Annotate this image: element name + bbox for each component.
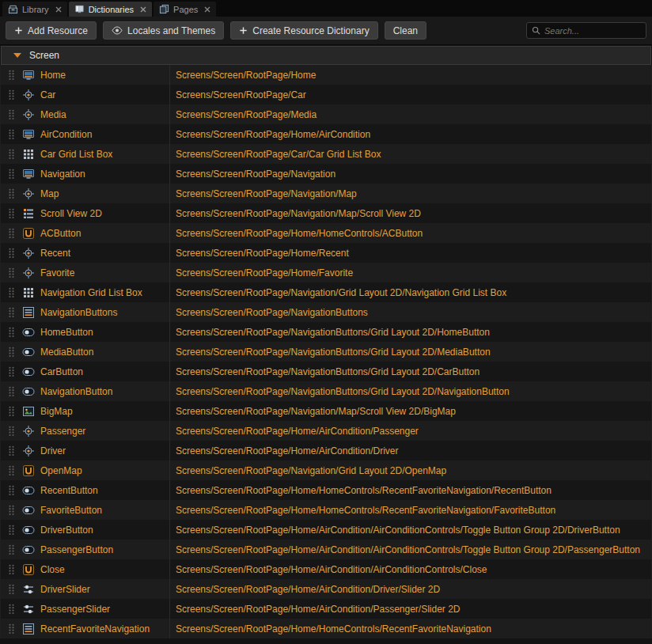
table-row[interactable]: Favorite Screens/Screen/RootPage/Home/Fa… xyxy=(1,263,651,282)
slider-icon xyxy=(22,579,40,599)
table-row[interactable]: Media Screens/Screen/RootPage/Media xyxy=(1,104,651,124)
table-row[interactable]: Navigation Screens/Screen/RootPage/Navig… xyxy=(1,164,651,184)
grid-icon xyxy=(22,144,40,164)
drag-handle-icon[interactable] xyxy=(1,223,22,243)
close-icon[interactable] xyxy=(204,6,210,13)
table-row[interactable]: BigMap Screens/Screen/RootPage/Navigatio… xyxy=(1,401,651,421)
drag-handle-icon[interactable] xyxy=(1,104,22,124)
table-row[interactable]: AirCondition Screens/Screen/RootPage/Hom… xyxy=(1,124,651,144)
table-row[interactable]: Close Screens/Screen/RootPage/Home/AirCo… xyxy=(1,559,651,579)
table-row[interactable]: Map Screens/Screen/RootPage/Navigation/M… xyxy=(1,184,651,203)
locales-and-themes-button[interactable]: Locales and Themes xyxy=(103,21,224,40)
resource-path: Screens/Screen/RootPage/NavigationButton… xyxy=(169,342,651,362)
create-resource-dictionary-button[interactable]: Create Resource Dictionary xyxy=(230,21,377,40)
drag-handle-icon[interactable] xyxy=(1,144,22,164)
drag-handle-icon[interactable] xyxy=(1,619,22,638)
component-icon xyxy=(22,104,40,124)
drag-handle-icon[interactable] xyxy=(1,302,22,322)
dictionary-icon xyxy=(74,4,85,14)
resource-name: Driver xyxy=(40,441,169,460)
table-row[interactable]: NavigationButtons Screens/Screen/RootPag… xyxy=(1,302,651,322)
resource-name: NavigationButtons xyxy=(40,302,169,322)
section-title: Screen xyxy=(29,50,59,61)
drag-handle-icon[interactable] xyxy=(1,164,22,184)
table-row[interactable]: Scroll View 2D Screens/Screen/RootPage/N… xyxy=(1,203,651,223)
drag-handle-icon[interactable] xyxy=(1,282,22,302)
drag-handle-icon[interactable] xyxy=(1,342,22,362)
button-u-icon xyxy=(22,223,40,243)
drag-handle-icon[interactable] xyxy=(1,124,22,144)
button-label: Create Resource Dictionary xyxy=(252,25,369,36)
drag-handle-icon[interactable] xyxy=(1,460,22,480)
tab-label: Library xyxy=(22,5,49,14)
table-row[interactable]: ACButton Screens/Screen/RootPage/Home/Ho… xyxy=(1,223,651,243)
section-header-screen[interactable]: Screen xyxy=(1,46,651,65)
toolbar: Add Resource Locales and Themes Create R… xyxy=(0,17,652,45)
table-row[interactable]: RecentButton Screens/Screen/RootPage/Hom… xyxy=(1,480,651,500)
table-row[interactable]: CarButton Screens/Screen/RootPage/Naviga… xyxy=(1,362,651,381)
drag-handle-icon[interactable] xyxy=(1,85,22,104)
drag-handle-icon[interactable] xyxy=(1,203,22,223)
drag-handle-icon[interactable] xyxy=(1,559,22,579)
table-row[interactable]: PassengerButton Screens/Screen/RootPage/… xyxy=(1,540,651,559)
drag-handle-icon[interactable] xyxy=(1,441,22,460)
drag-handle-icon[interactable] xyxy=(1,599,22,619)
toggle-icon xyxy=(22,500,40,520)
drag-handle-icon[interactable] xyxy=(1,322,22,342)
drag-handle-icon[interactable] xyxy=(1,579,22,599)
drag-handle-icon[interactable] xyxy=(1,500,22,520)
table-row[interactable]: DriverButton Screens/Screen/RootPage/Hom… xyxy=(1,520,651,540)
table-row[interactable]: Navigation Grid List Box Screens/Screen/… xyxy=(1,282,651,302)
search-input[interactable] xyxy=(544,26,641,36)
plus-icon xyxy=(14,26,23,35)
table-row[interactable]: Home Screens/Screen/RootPage/Home xyxy=(1,65,651,85)
drag-handle-icon[interactable] xyxy=(1,184,22,203)
table-row[interactable]: OpenMap Screens/Screen/RootPage/Navigati… xyxy=(1,460,651,480)
drag-handle-icon[interactable] xyxy=(1,421,22,441)
resource-path: Screens/Screen/RootPage/Navigation/Map xyxy=(169,184,651,203)
resource-path: Screens/Screen/RootPage/NavigationButton… xyxy=(169,362,651,381)
resource-name: Media xyxy=(40,104,169,124)
close-icon[interactable] xyxy=(140,6,146,13)
resource-name: Favorite xyxy=(40,263,169,282)
drag-handle-icon[interactable] xyxy=(1,520,22,540)
drag-handle-icon[interactable] xyxy=(1,362,22,381)
resource-name: Navigation Grid List Box xyxy=(40,282,169,302)
drag-handle-icon[interactable] xyxy=(1,480,22,500)
search-box[interactable] xyxy=(526,22,646,39)
drag-handle-icon[interactable] xyxy=(1,401,22,421)
clean-button[interactable]: Clean xyxy=(385,21,426,40)
table-row[interactable]: MediaButton Screens/Screen/RootPage/Navi… xyxy=(1,342,651,362)
tab-library[interactable]: Library xyxy=(2,2,67,17)
tab-dictionaries[interactable]: Dictionaries xyxy=(69,2,152,17)
drag-handle-icon[interactable] xyxy=(1,381,22,401)
resource-name: FavoriteButton xyxy=(40,500,169,520)
tab-pages[interactable]: Pages xyxy=(154,2,216,17)
table-row[interactable]: Car Screens/Screen/RootPage/Car xyxy=(1,85,651,104)
resource-path: Screens/Screen/RootPage/Car xyxy=(169,85,651,104)
table-row[interactable]: Driver Screens/Screen/RootPage/Home/AirC… xyxy=(1,441,651,460)
resource-name: Home xyxy=(40,65,169,85)
drag-handle-icon[interactable] xyxy=(1,540,22,559)
table-row[interactable]: DriverSlider Screens/Screen/RootPage/Hom… xyxy=(1,579,651,599)
table-row[interactable]: Car Grid List Box Screens/Screen/RootPag… xyxy=(1,144,651,164)
table-row[interactable]: NavigationButton Screens/Screen/RootPage… xyxy=(1,381,651,401)
table-row[interactable]: Passenger Screens/Screen/RootPage/Home/A… xyxy=(1,421,651,441)
scroll-view-icon xyxy=(22,203,40,223)
image-icon xyxy=(22,401,40,421)
table-row[interactable]: HomeButton Screens/Screen/RootPage/Navig… xyxy=(1,322,651,342)
table-row[interactable]: RecentFavoriteNavigation Screens/Screen/… xyxy=(1,619,651,638)
resource-name: OpenMap xyxy=(40,460,169,480)
drag-handle-icon[interactable] xyxy=(1,263,22,282)
drag-handle-icon[interactable] xyxy=(1,243,22,263)
layout-icon xyxy=(22,619,40,638)
grid-icon xyxy=(22,282,40,302)
resource-path: Screens/Screen/RootPage/Home/AirConditio… xyxy=(169,441,651,460)
table-row[interactable]: FavoriteButton Screens/Screen/RootPage/H… xyxy=(1,500,651,520)
resource-name: Car xyxy=(40,85,169,104)
drag-handle-icon[interactable] xyxy=(1,65,22,85)
table-row[interactable]: Recent Screens/Screen/RootPage/Home/Rece… xyxy=(1,243,651,263)
add-resource-button[interactable]: Add Resource xyxy=(6,21,97,40)
table-row[interactable]: PassengerSlider Screens/Screen/RootPage/… xyxy=(1,599,651,619)
close-icon[interactable] xyxy=(55,6,62,13)
